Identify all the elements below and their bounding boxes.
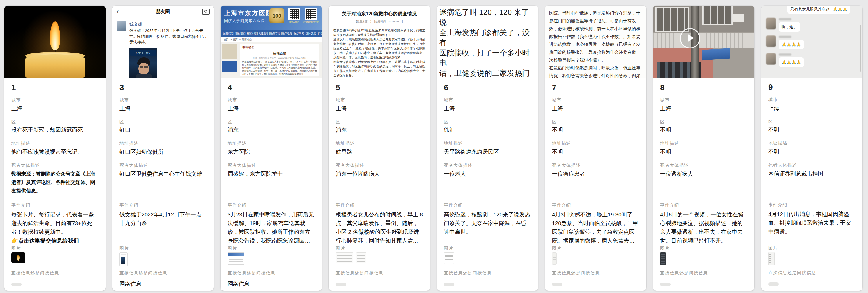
small-text-screenshot: 医院。当时有些低烧，但是发热门诊在消杀，于 是在门口的黑夜里等待了很久。可是由于… [545,5,646,78]
chat-message: 只有其女儿眼见其病逝...🙏🙏🙏 [787,5,850,14]
empty-value-pill [336,283,346,286]
notice-signature: 上海市东方医院 同济大学附属东方医院 [242,76,317,77]
field-event-value: 每张卡片、每行记录，代表着一条逝去的鲜活生命。目前有73+位死者！数据持续更新中… [11,210,99,245]
record-card-9[interactable]: 只有其女儿眼见其病逝...🙏🙏🙏 啊，这。 🙏🙏🙏🙏 🙏🙏🙏🙏 9 [761,5,863,291]
field-deceased-label: 死者大体描述 [227,163,315,168]
empty-value-pill [768,282,779,286]
field-deceased-label: 死者大体描述 [552,163,639,168]
card-number: 9 [768,83,856,92]
field-city-label: 城市 [444,97,531,103]
chat-screenshot: 只有其女儿眼见其病逝...🙏🙏🙏 啊，这。 🙏🙏🙏🙏 🙏🙏🙏🙏 [761,5,863,78]
field-city-value: 上海 [444,104,531,113]
chat-message: 🙏🙏🙏🙏 [779,57,804,67]
field-info-type-label: 直接信息还是间接信息 [768,270,856,275]
field-deceased-value: 虹口区卫健委信息中心主任钱文雄 [119,170,207,178]
qr-code [305,8,317,20]
card-number: 6 [444,83,531,92]
moments-post: 钱文雄 钱文雄于2022年4月12日下午一点十九分去世。疫情期间一切从简。家属目… [113,18,214,78]
screenshot-thumbnail[interactable] [336,253,353,263]
field-district-label: 区 [11,119,99,125]
scrollbar[interactable] [860,25,861,72]
field-address-label: 地址描述 [552,141,639,146]
field-image-label: 图片 [227,246,315,251]
blurred-username [779,18,792,20]
screenshot-thumbnail[interactable] [119,253,128,266]
event-text: 4月6日的一个视频，一位女性在撕心裂肺地哭泣。据视频描述，她的亲人要做透析，出不… [660,210,747,245]
record-card-3[interactable]: ‹ 朋友圈 钱文雄 钱文雄于2022年4月12日下午一点十九分去世。疫情期间一切… [113,5,214,291]
field-event-value: 钱文雄于2022年4月12日下午一点十九分自杀 [119,210,207,228]
play-icon[interactable] [680,28,700,49]
screenshot-thumbnail[interactable] [356,253,367,263]
field-city-value: 上海 [660,104,747,113]
field-city-value: 上海 [119,104,207,113]
blurred-username [779,36,792,38]
video-still [653,5,754,78]
chat-message: 啊，这。 [779,22,800,32]
field-district-value: 不明 [768,125,856,134]
field-city-label: 城市 [227,97,315,103]
field-city-label: 城市 [11,97,99,103]
record-card-5[interactable]: 关于对浦东120急救中心的调查情况 【信息来源：】【信息时间：2022-03-3… [329,5,430,291]
field-city-value: 上海 [227,104,315,113]
field-district-value: 浦东 [336,126,423,134]
wechat-moments-screenshot: ‹ 朋友圈 钱文雄 钱文雄于2022年4月12日下午一点十九分去世。疫情期间一切… [113,5,214,78]
field-image-label: 图片 [336,246,423,251]
card-number: 8 [660,83,747,92]
field-address-value: 不明 [552,148,639,156]
back-icon: ‹ [117,8,124,16]
record-card-8[interactable]: 8 城市 上海 区 不明 地址描述 不明 死者大体描述 一位透析病人 事件介绍 … [653,5,754,291]
field-deceased-label: 死者大体描述 [768,163,856,168]
avatar [766,35,776,47]
field-event-label: 事件介绍 [119,203,207,208]
anniversary-emblem: 100 [269,8,284,24]
field-district-label: 区 [660,119,747,125]
record-card-7[interactable]: 医院。当时有些低烧，但是发热门诊在消杀，于 是在门口的黑夜里等待了很久。可是由于… [545,5,646,291]
record-card-1[interactable]: 1 城市 上海 区 没有死于新冠，却因新冠而死 地址描述 他们不应该被漠视甚至忘… [4,5,105,291]
field-info-type-label: 直接信息还是间接信息 [119,270,207,276]
field-deceased-label: 死者大体描述 [336,163,423,168]
field-city-value: 上海 [768,104,856,113]
avatar [766,53,776,65]
field-deceased-value: 一位癌症患者 [552,170,639,178]
record-card-6[interactable]: 迷病危了叫 120，120 来了说 全上海发热门诊都关了，没有 医院接收，打了一… [437,5,538,291]
screenshot-thumbnail[interactable] [660,253,666,265]
card-gallery: 1 城市 上海 区 没有死于新冠，却因新冠而死 地址描述 他们不应该被漠视甚至忘… [0,0,868,293]
field-address-value: 天平路街道永康居民区 [444,148,531,156]
event-text: 高烧昏迷，核酸阴，120来了说发热门诊关了。无奈在家中降温，在昏迷中离世。 [444,210,531,236]
notice-body: 周盛妮为我院护士，一直在院内从事护理相关工作。3月23日在家中哮喘发作，用药后无… [242,60,317,76]
avatar [117,22,126,31]
field-info-type-label: 直接信息还是间接信息 [336,270,423,276]
document-body: 在航昌路376弄小区120急救医生未向求救患者施救的情况，我委立即连夜启动调查，… [333,28,425,78]
field-event-value: 4月12日传出消息，韦桂国因脑溢血、封控期间联系救治未果，于家中病逝。 [768,210,856,236]
record-card-4[interactable]: 上海市东方医院 同济大学附属东方医院 100 微信二维码 患者移动服务平台 医院… [221,5,322,291]
event-text: 每张卡片、每行记录，代表着一条逝去的鲜活生命。目前有73+位死者！数据持续更新中… [11,210,99,236]
field-city-value: 上海 [11,104,99,113]
field-image-label: 图片 [11,246,99,251]
field-address-label: 地址描述 [768,140,856,146]
screenshot-thumbnail[interactable] [768,252,775,265]
field-info-type-label: 直接信息还是间接信息 [660,270,747,276]
field-event-label: 事件介绍 [660,203,747,208]
field-deceased-value: 周盛妮，东方医院护士 [227,170,315,178]
field-deceased-label: 死者大体描述 [444,163,531,168]
event-text: 4月3日突感不适，晚上19:30叫了120急救。当时面临全员核酸，三甲医院门急诊… [552,210,639,245]
panel-title: 最新动态 [242,45,317,51]
field-deceased-label: 死者大体描述 [119,163,207,168]
field-district-value: 不明 [552,126,639,134]
field-city-value: 上海 [336,104,423,113]
screenshot-thumbnail[interactable] [552,253,557,265]
screenshot-thumbnail[interactable] [227,253,244,265]
candle-thumbnail[interactable] [11,253,25,263]
submit-info-link[interactable]: 👉点击这里提交信息给我们 [11,238,79,244]
screenshot-thumbnail[interactable] [444,253,454,264]
field-city-label: 城市 [660,97,747,103]
empty-value-pill [660,283,671,286]
field-info-type-label: 直接信息还是间接信息 [11,270,99,276]
official-document-screenshot: 关于对浦东120急救中心的调查情况 【信息来源：】【信息时间：2022-03-3… [329,5,430,78]
hospital-website-screenshot: 上海市东方医院 同济大学附属东方医院 100 微信二维码 患者移动服务平台 医院… [221,5,322,78]
breadcrumb: 首页 >> 首页 >> 最新动态 [221,37,322,42]
field-info-type-label: 直接信息还是间接信息 [227,270,315,276]
event-text: 根据患者女儿公布的时间线，早上 8 点，其父哮喘发作、晕倒。随后，小区 2 名做… [336,210,423,245]
qr-code-label: 微信二维码 [285,21,303,24]
field-address-label: 地址描述 [444,141,531,146]
